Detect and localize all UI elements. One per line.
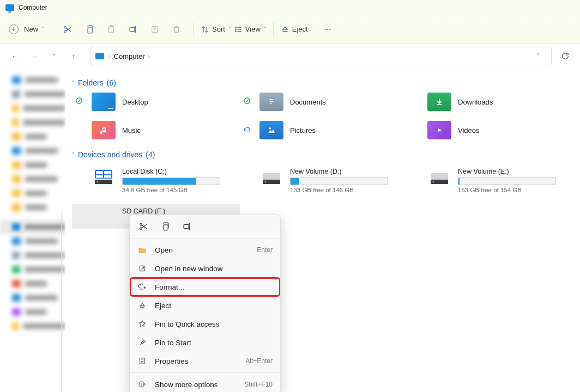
divider (61, 210, 62, 392)
folder-icon (427, 121, 451, 139)
history-button[interactable]: ˅ (46, 48, 62, 64)
sidebar-item[interactable] (0, 158, 65, 172)
sidebar-item[interactable] (0, 144, 65, 158)
svg-rect-31 (164, 225, 168, 230)
trash-icon (172, 24, 182, 34)
separator (273, 22, 274, 36)
ctx-label: Eject (155, 302, 171, 310)
drive-name: Local Disk (C:) (122, 168, 220, 175)
drive-free: 133 GB free of 146 GB (290, 187, 388, 193)
sidebar-item[interactable] (0, 248, 65, 262)
folder-videos[interactable]: Videos (408, 121, 576, 139)
drives-section-header[interactable]: ˅ Devices and drives (4) (70, 150, 576, 159)
svg-point-7 (235, 27, 236, 28)
sidebar-item[interactable] (0, 130, 65, 144)
more-button[interactable] (318, 20, 337, 39)
ctx-eject[interactable]: Eject (130, 296, 280, 315)
main: ˅ Folders (6) Desktop Documents Download… (0, 69, 580, 392)
pin-icon (137, 338, 147, 347)
drive-name: SD CARD (F:) (122, 207, 220, 215)
folders-count: (6) (107, 78, 116, 87)
ctx-open[interactable]: Open Enter (130, 241, 280, 259)
folder-downloads[interactable]: Downloads (408, 93, 576, 111)
up-button[interactable]: ↑ (65, 48, 82, 64)
chevron-down-icon[interactable]: ˅ (530, 53, 547, 60)
chevron-right-icon: › (148, 53, 150, 59)
sidebar-item[interactable] (0, 319, 65, 333)
folder-music[interactable]: Music (72, 121, 240, 139)
sidebar-item[interactable] (0, 200, 65, 215)
svg-point-10 (324, 28, 325, 29)
breadcrumb-segment[interactable]: Computer (114, 52, 145, 60)
back-button[interactable]: ← (7, 48, 23, 64)
sidebar-item[interactable] (0, 305, 65, 319)
ellipsis-icon (323, 24, 333, 34)
new-label: New (24, 25, 38, 33)
eject-label: Eject (292, 25, 308, 33)
folder-icon (259, 121, 283, 139)
ctx-label: Open (155, 246, 173, 254)
svg-rect-5 (130, 27, 135, 32)
context-menu: Open Enter Open in new window Format... … (129, 215, 281, 392)
view-button[interactable]: View ˅ (233, 20, 267, 39)
copy-button[interactable] (80, 20, 99, 39)
cut-button[interactable] (58, 20, 77, 39)
drive-e[interactable]: New Volume (E:) 153 GB free of 154 GB (408, 164, 576, 197)
title-bar: Computer (0, 0, 580, 15)
sidebar-item[interactable] (0, 277, 65, 291)
new-button[interactable]: + New ˅ (9, 20, 44, 39)
folder-pictures[interactable]: Pictures (240, 121, 408, 139)
eject-button[interactable]: Eject (280, 20, 310, 39)
ctx-cut-button[interactable] (137, 220, 149, 232)
ctx-rename-button[interactable] (181, 220, 193, 232)
ctx-label: Pin to Start (155, 339, 191, 347)
drive-c[interactable]: Local Disk (C:) 34.8 GB free of 145 GB (72, 164, 240, 197)
folder-icon (259, 93, 283, 111)
sidebar-item[interactable] (0, 115, 65, 130)
ctx-shortcut: Enter (257, 246, 273, 254)
sidebar-item[interactable] (0, 234, 65, 248)
sidebar-item[interactable] (0, 101, 65, 115)
sidebar[interactable] (0, 69, 65, 392)
separator (51, 22, 51, 36)
drive-d[interactable]: New Volume (D:) 133 GB free of 146 GB (240, 164, 408, 197)
svg-rect-20 (104, 171, 111, 174)
breadcrumb[interactable]: › Computer › ˅ (90, 47, 552, 65)
sidebar-item[interactable] (0, 291, 65, 305)
sidebar-item[interactable] (0, 172, 65, 186)
sync-check-icon (243, 97, 251, 105)
svg-point-18 (97, 181, 99, 183)
folder-label: Music (122, 126, 141, 134)
ctx-pin-quick-access[interactable]: Pin to Quick access (130, 315, 280, 333)
plus-icon: + (9, 24, 19, 34)
computer-icon (5, 4, 14, 11)
eject-icon (280, 24, 290, 34)
ctx-copy-button[interactable] (159, 220, 171, 232)
rename-button[interactable] (123, 20, 143, 39)
folder-documents[interactable]: Documents (240, 93, 408, 111)
sidebar-item[interactable] (0, 87, 65, 101)
ctx-show-more[interactable]: Show more options Shift+F10 (130, 375, 280, 392)
ctx-format[interactable]: Format... (130, 278, 280, 296)
copy-icon (160, 222, 170, 231)
folder-icon (92, 121, 116, 139)
folders-section-header[interactable]: ˅ Folders (6) (70, 78, 576, 87)
folder-desktop[interactable]: Desktop (72, 93, 240, 111)
sidebar-item[interactable] (0, 186, 65, 200)
view-icon (233, 24, 243, 34)
separator (130, 238, 280, 238)
ctx-label: Properties (155, 357, 189, 365)
window-title: Computer (19, 4, 47, 11)
sidebar-item-computer[interactable] (0, 220, 65, 234)
sidebar-item[interactable] (0, 73, 65, 87)
sort-button[interactable]: Sort ˅ (200, 20, 231, 39)
ctx-pin-start[interactable]: Pin to Start (130, 333, 280, 352)
ctx-properties[interactable]: Properties Alt+Enter (130, 352, 280, 370)
rename-icon (128, 24, 138, 34)
ctx-open-new-window[interactable]: Open in new window (130, 259, 280, 278)
svg-point-28 (433, 181, 434, 183)
drive-name: New Volume (D:) (290, 168, 388, 175)
refresh-button[interactable] (557, 48, 573, 64)
sort-label: Sort (212, 25, 225, 33)
sidebar-item[interactable] (0, 262, 65, 277)
